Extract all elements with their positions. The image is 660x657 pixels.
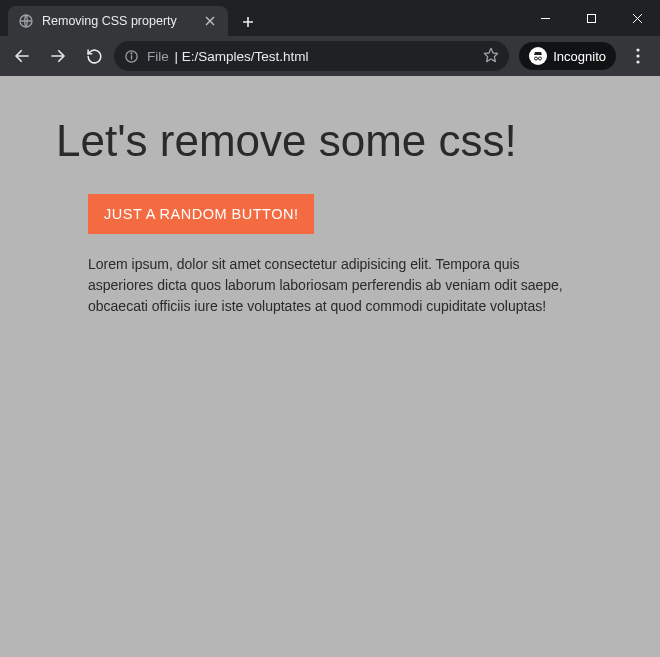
bookmark-star-icon[interactable]: [483, 47, 499, 66]
titlebar: Removing CSS property: [0, 0, 660, 36]
globe-icon: [18, 13, 34, 29]
svg-marker-5: [485, 48, 498, 61]
incognito-label: Incognito: [553, 49, 606, 64]
page-viewport: Let's remove some css! JUST A RANDOM BUT…: [0, 76, 660, 657]
toolbar: File | E:/Samples/Test.html Incognito: [0, 36, 660, 76]
tab-title: Removing CSS property: [42, 14, 194, 28]
maximize-button[interactable]: [568, 0, 614, 36]
info-icon: [124, 49, 139, 64]
lorem-paragraph: Lorem ipsum, dolor sit amet consectetur …: [88, 254, 568, 317]
url-path: E:/Samples/Test.html: [182, 49, 309, 64]
svg-point-10: [636, 60, 639, 63]
page-content: Let's remove some css! JUST A RANDOM BUT…: [0, 76, 660, 351]
svg-rect-1: [587, 14, 595, 22]
random-button[interactable]: JUST A RANDOM BUTTON!: [88, 194, 314, 234]
address-bar[interactable]: File | E:/Samples/Test.html: [114, 41, 509, 71]
back-button[interactable]: [6, 40, 38, 72]
forward-button[interactable]: [42, 40, 74, 72]
reload-button[interactable]: [78, 40, 110, 72]
url-text: File | E:/Samples/Test.html: [147, 49, 475, 64]
menu-button[interactable]: [622, 40, 654, 72]
svg-point-9: [636, 54, 639, 57]
svg-point-6: [535, 57, 538, 60]
svg-point-4: [131, 52, 132, 53]
svg-point-8: [636, 48, 639, 51]
close-window-button[interactable]: [614, 0, 660, 36]
incognito-icon: [529, 47, 547, 65]
new-tab-button[interactable]: [234, 8, 262, 36]
close-icon[interactable]: [202, 13, 218, 29]
incognito-badge[interactable]: Incognito: [519, 42, 616, 70]
page-heading: Let's remove some css!: [56, 116, 604, 166]
tabs-area: Removing CSS property: [0, 0, 522, 36]
svg-point-7: [539, 57, 542, 60]
browser-tab[interactable]: Removing CSS property: [8, 6, 228, 36]
page-inner: JUST A RANDOM BUTTON! Lorem ipsum, dolor…: [56, 194, 604, 317]
url-separator: |: [171, 49, 182, 64]
browser-window: Removing CSS property: [0, 0, 660, 657]
window-controls: [522, 0, 660, 36]
url-prefix: File: [147, 49, 169, 64]
minimize-button[interactable]: [522, 0, 568, 36]
